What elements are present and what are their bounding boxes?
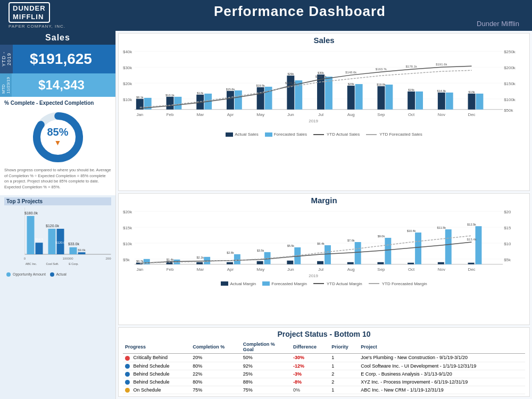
svg-text:$13.4k: $13.4k <box>467 238 477 241</box>
legend-opportunity: Opportunity Amount <box>6 272 46 277</box>
svg-text:Apr: Apr <box>227 267 234 271</box>
svg-text:Aug: Aug <box>347 267 355 271</box>
progress-note: Shows progress compared to where you sho… <box>4 167 111 192</box>
cell-completion-4: 75% <box>190 386 240 394</box>
donut-arrow: ▼ <box>47 138 68 147</box>
svg-text:$0.7k: $0.7k <box>136 260 144 263</box>
sales-chart-svg: $40k $30k $20k $10k $250k $200k $150k $1… <box>123 46 525 130</box>
project-status-section: Project Status - Bottom 10 Progress Comp… <box>118 327 530 397</box>
svg-text:$7.6k: $7.6k <box>347 239 355 242</box>
svg-text:$20k: $20k <box>123 81 132 86</box>
table-row: On Schedule 75% 75% 0% 1 ABC Inc. - New … <box>123 386 525 394</box>
svg-rect-47 <box>385 85 393 110</box>
page-subtitle: Dunder Mifflin <box>76 20 523 28</box>
svg-text:Feb: Feb <box>167 112 174 117</box>
svg-rect-36 <box>227 91 234 110</box>
svg-rect-52 <box>468 94 476 110</box>
status-table: Progress Completion % Completion %Goal D… <box>123 340 525 394</box>
svg-text:$13k: $13k <box>469 90 475 94</box>
svg-text:$250k: $250k <box>504 49 516 54</box>
svg-text:Oct: Oct <box>408 267 415 271</box>
svg-rect-107 <box>408 263 414 264</box>
donut-chart: 85% ▼ <box>4 108 111 167</box>
logo-sub: PAPER COMPANY, INC. <box>9 24 65 29</box>
cell-progress-0: Critically Behind <box>123 354 190 362</box>
cell-project-3: XYZ Inc. - Process Improvement - 6/1/19-… <box>359 378 525 386</box>
svg-rect-109 <box>468 263 475 264</box>
svg-text:Jul: Jul <box>318 267 323 271</box>
svg-rect-101 <box>227 262 233 264</box>
svg-text:$29k: $29k <box>287 72 294 76</box>
svg-text:$20k: $20k <box>123 210 132 214</box>
svg-text:Mar: Mar <box>196 267 204 271</box>
cell-progress-1: Behind Schedule <box>123 362 190 370</box>
svg-text:$10: $10 <box>504 242 511 246</box>
svg-rect-40 <box>287 76 294 110</box>
svg-rect-50 <box>438 93 445 110</box>
svg-rect-100 <box>196 262 203 264</box>
svg-rect-53 <box>476 94 483 110</box>
svg-rect-32 <box>167 97 174 110</box>
logo-line2: MIFFLIN <box>13 13 44 21</box>
main-layout: Sales YTD - 2019 $191,625 MTD11/23/19 $1… <box>0 31 532 399</box>
cell-diff-4: 0% <box>291 386 329 394</box>
mtd-sales-box: MTD11/23/19 $14,343 <box>0 73 115 97</box>
cell-goal-1: 92% <box>241 362 291 370</box>
svg-rect-108 <box>438 262 444 264</box>
svg-text:Dec: Dec <box>468 267 475 271</box>
logo-box: DUNDER MIFFLIN <box>9 2 50 23</box>
status-label-2: Behind Schedule <box>134 371 170 377</box>
cell-project-0: Joe's Plumbing - New Construction - 9/1/… <box>359 354 525 362</box>
svg-rect-118 <box>385 238 391 264</box>
svg-text:$33.0k: $33.0k <box>68 242 80 246</box>
legend-ytd-forecasted-sales: YTD Forecasted Sales <box>366 132 422 137</box>
ytd-amount: $191,625 <box>30 51 92 68</box>
right-panel: Sales $40k $30k $20k $10k $250k $200k $1… <box>116 31 532 399</box>
svg-text:$178.1k: $178.1k <box>406 65 417 68</box>
svg-rect-113 <box>234 254 240 264</box>
logo-line1: DUNDER <box>13 4 46 12</box>
svg-text:Jun: Jun <box>287 267 294 271</box>
cell-priority-1: 1 <box>329 362 359 370</box>
progress-section: % Complete - Expected Completion 85% ▼ S… <box>0 97 115 195</box>
svg-text:$10k: $10k <box>123 242 132 246</box>
svg-text:$15k: $15k <box>408 88 414 92</box>
svg-rect-33 <box>174 97 181 110</box>
svg-rect-48 <box>408 92 415 110</box>
ytd-sales-box: YTD - 2019 $191,625 <box>0 45 115 73</box>
svg-text:200000: 200000 <box>105 257 111 260</box>
svg-text:$54.5: $54.5 <box>35 238 44 241</box>
svg-text:$9.6k: $9.6k <box>78 248 86 252</box>
th-project: Project <box>359 340 525 354</box>
top3-title: Top 3 Projects <box>4 197 111 205</box>
cell-goal-4: 75% <box>241 386 291 394</box>
legend-actual-top3: Actual <box>50 272 66 277</box>
cell-goal-2: 25% <box>241 370 291 378</box>
svg-text:Aug: Aug <box>347 112 355 117</box>
table-row: Behind Schedule 22% 25% -3% 2 E Corp. - … <box>123 370 525 378</box>
cell-goal-3: 88% <box>241 378 291 386</box>
progress-title: % Complete - Expected Completion <box>4 100 111 106</box>
svg-text:100000: 100000 <box>62 257 73 260</box>
svg-text:Sep: Sep <box>377 267 385 271</box>
svg-rect-39 <box>265 87 272 110</box>
svg-text:Jul: Jul <box>318 112 323 117</box>
th-completion: Completion % <box>190 340 240 354</box>
svg-rect-117 <box>355 242 361 264</box>
svg-text:$30k: $30k <box>123 65 132 70</box>
page-title: Performance Dashboard <box>76 3 523 20</box>
cell-completion-1: 80% <box>190 362 240 370</box>
bar-act-3 <box>78 252 86 254</box>
svg-text:0: 0 <box>24 257 26 260</box>
svg-rect-37 <box>235 90 242 110</box>
svg-rect-49 <box>415 92 423 110</box>
svg-text:$191.6k: $191.6k <box>436 63 447 66</box>
svg-text:$180.0k: $180.0k <box>24 211 38 215</box>
legend-ytd-actual-sales: YTD Actual Sales <box>313 132 360 137</box>
cell-progress-2: Behind Schedule <box>123 370 190 378</box>
svg-rect-106 <box>377 262 384 264</box>
svg-text:$20: $20 <box>504 210 511 214</box>
th-progress: Progress <box>123 340 190 354</box>
cell-project-2: E Corp. - Business Analysis - 3/1/13-9/1… <box>359 370 525 378</box>
cell-completion-3: 80% <box>190 378 240 386</box>
